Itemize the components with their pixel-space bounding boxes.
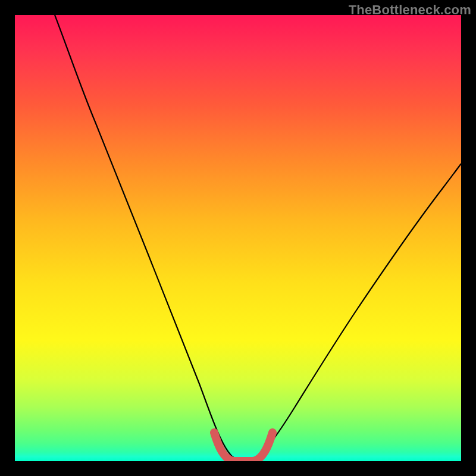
optimal-zone-marker <box>214 433 273 461</box>
chart-container: TheBottleneck.com <box>0 0 476 476</box>
curve-layer <box>15 15 461 461</box>
watermark-text: TheBottleneck.com <box>349 2 471 18</box>
plot-area <box>15 15 461 461</box>
bottleneck-curve <box>55 15 461 460</box>
